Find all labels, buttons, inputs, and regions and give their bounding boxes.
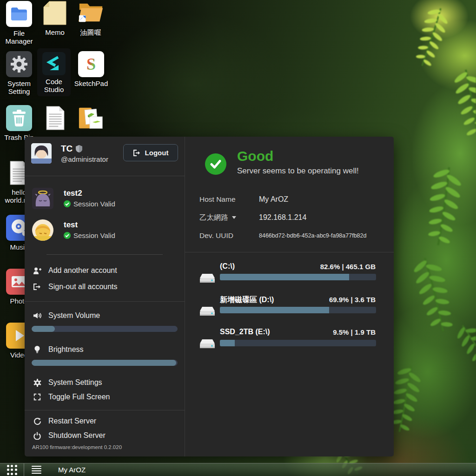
disk-usage-bar <box>220 307 376 313</box>
divider <box>25 176 185 176</box>
divider <box>25 410 185 410</box>
status-subtitle: Server seems to be operating well! <box>237 166 359 176</box>
chevron-down-icon <box>232 216 236 219</box>
session-status: Session Valid <box>64 231 115 239</box>
user-name: TC <box>61 144 82 154</box>
icon-label: Memo <box>45 28 65 36</box>
desktop-icon-code-studio[interactable]: Code Studio <box>37 48 71 96</box>
desktop-icon-folder-files[interactable] <box>73 105 109 133</box>
account-panel: TC @administrator Logout test2 Session V… <box>25 137 185 456</box>
icon-label: SketchPad <box>74 79 108 87</box>
file-manager-icon <box>6 1 32 27</box>
gear-icon <box>32 379 42 387</box>
user-handle: @administrator <box>61 155 108 163</box>
desktop-icon-file-manager[interactable]: File Manager <box>1 1 37 45</box>
hard-drive-icon <box>199 305 215 319</box>
server-status-panel: Good Server seems to be operating well! … <box>185 137 394 456</box>
memo-icon <box>42 0 68 26</box>
icon-label: 油圖喔 <box>80 28 101 36</box>
volume-slider[interactable] <box>32 326 178 332</box>
icon-label: File Manager <box>1 29 37 45</box>
taskbar-app-title[interactable]: My ArOZ <box>58 466 86 474</box>
divider <box>25 301 185 302</box>
status-title: Good <box>237 148 273 164</box>
shield-icon <box>76 145 82 152</box>
sketchpad-icon: S <box>78 51 104 77</box>
desktop-icon-trash-bin[interactable]: Trash Bin <box>1 105 37 141</box>
shutdown-server-item[interactable]: Shutdown Server <box>32 430 106 441</box>
restart-server-item[interactable]: Restart Server <box>32 416 96 427</box>
check-icon <box>64 200 71 207</box>
network-dropdown[interactable]: 乙太網路 <box>199 213 259 223</box>
firmware-version: AR100 firmware:development 0.2.020 <box>32 444 122 450</box>
disk-usage: 9.5% | 1.9 TB <box>333 328 376 336</box>
fullscreen-icon <box>32 393 42 401</box>
account-name: test2 <box>64 189 115 198</box>
check-icon <box>64 232 71 239</box>
disk-usage: 69.9% | 3.6 TB <box>329 296 376 304</box>
code-studio-icon <box>42 52 66 75</box>
avatar[interactable] <box>31 143 52 164</box>
toggle-fullscreen-item[interactable]: Toggle Full Screen <box>32 391 110 403</box>
taskbar: My ArOZ <box>0 463 476 476</box>
desktop-icon-memo[interactable]: Memo <box>37 0 73 36</box>
document-icon <box>42 105 68 131</box>
icon-label: System Setting <box>1 79 37 95</box>
apps-grid-icon <box>7 465 17 475</box>
sign-out-icon <box>32 283 42 291</box>
disk-usage-bar <box>220 340 376 346</box>
info-row-hostname: Host Name My ArOZ <box>199 194 288 205</box>
speaker-icon <box>32 312 42 319</box>
menu-button[interactable] <box>30 464 43 476</box>
desktop-icon-system-setting[interactable]: System Setting <box>1 51 37 95</box>
disk-name: 新增磁碟區 (D:\) <box>220 295 274 305</box>
apps-grid-button[interactable] <box>0 463 24 476</box>
volume-label: System Volume <box>32 311 100 321</box>
svg-text:S: S <box>86 55 96 73</box>
trash-icon <box>6 105 32 131</box>
power-icon <box>32 432 42 440</box>
gear-icon <box>6 51 32 77</box>
system-settings-item[interactable]: System Settings <box>32 377 102 388</box>
avatar <box>32 219 53 241</box>
brightness-slider[interactable] <box>32 360 178 366</box>
hard-drive-icon <box>199 338 215 352</box>
restart-icon <box>32 417 42 425</box>
desktop-icon-shortcut-folder[interactable]: 油圖喔 <box>73 0 109 36</box>
desktop-icon-sketchpad[interactable]: S SketchPad <box>73 51 109 87</box>
add-account-item[interactable]: Add another account <box>32 265 117 276</box>
divider <box>46 254 163 255</box>
icon-label: Code Studio <box>37 78 71 93</box>
account-name: test <box>64 220 115 230</box>
account-row-test[interactable]: test Session Valid <box>32 219 115 241</box>
info-row-uuid: Dev. UUID 8466bd72-bdb6-452a-abc9-fa98a7… <box>199 231 366 241</box>
folder-files-icon <box>78 105 104 131</box>
session-status: Session Valid <box>64 200 115 208</box>
disk-name: SSD_2TB (E:\) <box>220 328 270 336</box>
add-user-icon <box>32 267 42 275</box>
desktop-icon-document[interactable] <box>37 105 73 133</box>
disk-usage: 82.6% | 465.1 GB <box>320 263 376 271</box>
account-row-test2[interactable]: test2 Session Valid <box>32 188 115 209</box>
shortcut-folder-icon <box>78 0 104 26</box>
logout-icon <box>133 149 141 157</box>
signout-all-item[interactable]: Sign-out all accounts <box>32 281 118 292</box>
lightbulb-icon <box>32 345 42 354</box>
disk-usage-bar <box>220 274 376 280</box>
hard-drive-icon <box>199 272 215 286</box>
quick-access-panel: TC @administrator Logout test2 Session V… <box>25 137 394 456</box>
divider <box>185 252 394 252</box>
avatar <box>32 188 53 209</box>
status-ok-icon <box>205 153 226 175</box>
logout-button[interactable]: Logout <box>123 144 178 161</box>
brightness-label: Brightness <box>32 344 84 355</box>
disk-name: (C:\) <box>220 262 235 271</box>
info-row-network: 乙太網路 192.168.1.214 <box>199 212 306 223</box>
